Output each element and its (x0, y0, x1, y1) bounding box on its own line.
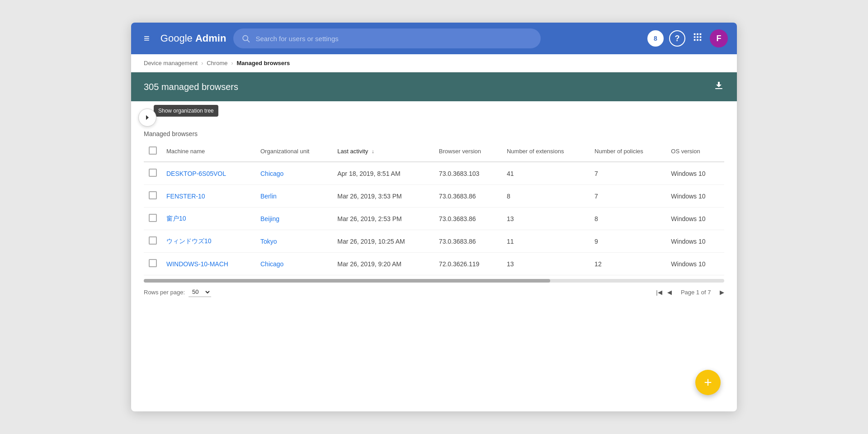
cell-num-policies: 12 (590, 253, 666, 275)
breadcrumb-device-management[interactable]: Device management (144, 60, 198, 66)
cell-os-version: Windows 10 (666, 208, 724, 230)
cell-browser-version: 73.0.3683.103 (434, 162, 502, 185)
cell-num-policies: 8 (590, 208, 666, 230)
breadcrumb-sep-2: › (231, 60, 233, 66)
org-unit-link-3[interactable]: Tokyo (260, 238, 277, 245)
svg-rect-2 (694, 33, 696, 35)
row-checkbox-3[interactable] (149, 236, 157, 245)
cell-num-extensions: 41 (502, 162, 590, 185)
cell-org-unit: Chicago (256, 162, 333, 185)
page-label: Page 1 of 7 (681, 289, 711, 296)
scrollbar-track (144, 279, 724, 283)
cell-os-version: Windows 10 (666, 230, 724, 253)
row-checkbox-4[interactable] (149, 259, 157, 267)
cell-num-extensions: 8 (502, 185, 590, 208)
svg-rect-10 (700, 39, 702, 41)
col-os-version[interactable]: OS version (666, 141, 724, 162)
org-unit-link-4[interactable]: Chicago (260, 260, 283, 268)
browsers-table: Machine name Organizational unit Last ac… (144, 141, 724, 275)
cell-last-activity: Mar 26, 2019, 3:53 PM (333, 185, 434, 208)
cell-org-unit: Beijing (256, 208, 333, 230)
help-button[interactable]: ? (669, 30, 685, 47)
table-row: WINDOWS-10-MACH Chicago Mar 26, 2019, 9:… (144, 253, 724, 275)
first-page-icon[interactable]: |◀ (656, 289, 662, 296)
cell-org-unit: Chicago (256, 253, 333, 275)
row-checkbox-cell[interactable] (144, 230, 162, 253)
cell-machine-name: FENSTER-10 (162, 185, 256, 208)
rows-per-page-label: Rows per page: (144, 289, 185, 296)
machine-name-link-1[interactable]: FENSTER-10 (166, 193, 205, 200)
row-checkbox-0[interactable] (149, 169, 157, 177)
select-all-header[interactable] (144, 141, 162, 162)
browsers-table-container: Machine name Organizational unit Last ac… (131, 141, 737, 275)
row-checkbox-2[interactable] (149, 214, 157, 222)
rows-per-page-control: Rows per page: 50 25 100 (144, 287, 211, 297)
page-header: 305 managed browsers (131, 72, 737, 101)
svg-rect-8 (694, 39, 696, 41)
sub-header: Managed browsers (131, 127, 737, 137)
table-row: DESKTOP-6S05VOL Chicago Apr 18, 2019, 8:… (144, 162, 724, 185)
cell-os-version: Windows 10 (666, 162, 724, 185)
svg-rect-4 (700, 33, 702, 35)
breadcrumb-chrome[interactable]: Chrome (207, 60, 227, 66)
row-checkbox-cell[interactable] (144, 162, 162, 185)
col-num-policies[interactable]: Number of policies (590, 141, 666, 162)
cell-num-extensions: 13 (502, 253, 590, 275)
apps-grid-button[interactable] (691, 30, 704, 47)
add-fab-button[interactable]: + (695, 370, 721, 395)
org-unit-link-0[interactable]: Chicago (260, 170, 283, 177)
search-bar[interactable] (233, 28, 541, 48)
row-checkbox-cell[interactable] (144, 253, 162, 275)
row-checkbox-cell[interactable] (144, 185, 162, 208)
svg-rect-6 (697, 36, 698, 38)
svg-rect-11 (715, 88, 722, 89)
download-icon[interactable] (713, 80, 724, 94)
horizontal-scrollbar[interactable] (131, 279, 737, 283)
select-all-checkbox[interactable] (149, 146, 157, 155)
cell-num-extensions: 13 (502, 208, 590, 230)
menu-icon[interactable]: ≡ (140, 31, 153, 46)
col-num-extensions[interactable]: Number of extensions (502, 141, 590, 162)
table-row: 窗户10 Beijing Mar 26, 2019, 2:53 PM 73.0.… (144, 208, 724, 230)
cell-last-activity: Mar 26, 2019, 9:20 AM (333, 253, 434, 275)
user-avatar[interactable]: F (710, 29, 728, 47)
cell-browser-version: 72.0.3626.119 (434, 253, 502, 275)
rows-per-page-select[interactable]: 50 25 100 (189, 287, 211, 297)
row-checkbox-1[interactable] (149, 191, 157, 199)
cell-last-activity: Mar 26, 2019, 2:53 PM (333, 208, 434, 230)
col-org-unit[interactable]: Organizational unit (256, 141, 333, 162)
svg-rect-7 (700, 36, 702, 38)
cell-org-unit: Tokyo (256, 230, 333, 253)
breadcrumb-sep-1: › (201, 60, 203, 66)
col-browser-version[interactable]: Browser version (434, 141, 502, 162)
show-org-tree-button[interactable] (138, 108, 156, 127)
table-header-row: Machine name Organizational unit Last ac… (144, 141, 724, 162)
org-unit-link-2[interactable]: Beijing (260, 215, 279, 222)
table-row: ウィンドウズ10 Tokyo Mar 26, 2019, 10:25 AM 73… (144, 230, 724, 253)
next-page-icon[interactable]: ▶ (720, 289, 724, 296)
scrollbar-thumb[interactable] (144, 279, 550, 283)
sub-header-text: Managed browsers (144, 130, 198, 137)
machine-name-link-4[interactable]: WINDOWS-10-MACH (166, 260, 228, 268)
cell-num-policies: 7 (590, 162, 666, 185)
cell-last-activity: Apr 18, 2019, 8:51 AM (333, 162, 434, 185)
cell-browser-version: 73.0.3683.86 (434, 208, 502, 230)
topbar: ≡ Google Admin 8 ? (131, 23, 737, 54)
cell-machine-name: DESKTOP-6S05VOL (162, 162, 256, 185)
main-window: ≡ Google Admin 8 ? (131, 23, 737, 411)
org-unit-link-1[interactable]: Berlin (260, 193, 277, 200)
svg-rect-9 (697, 39, 698, 41)
svg-line-1 (247, 40, 250, 42)
col-last-activity[interactable]: Last activity ↓ (333, 141, 434, 162)
row-checkbox-cell[interactable] (144, 208, 162, 230)
prev-page-icon[interactable]: ◀ (667, 289, 672, 296)
notifications-badge[interactable]: 8 (647, 30, 664, 47)
machine-name-link-0[interactable]: DESKTOP-6S05VOL (166, 170, 226, 177)
cell-num-policies: 9 (590, 230, 666, 253)
search-input[interactable] (255, 35, 533, 42)
cell-browser-version: 73.0.3683.86 (434, 185, 502, 208)
machine-name-link-3[interactable]: ウィンドウズ10 (166, 237, 212, 245)
machine-name-link-2[interactable]: 窗户10 (166, 215, 186, 222)
col-machine-name[interactable]: Machine name (162, 141, 256, 162)
cell-machine-name: 窗户10 (162, 208, 256, 230)
